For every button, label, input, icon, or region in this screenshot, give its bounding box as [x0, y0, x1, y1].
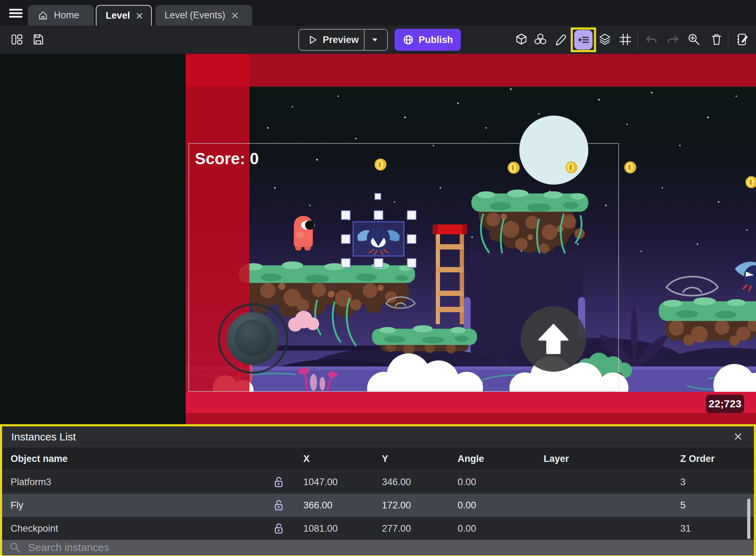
close-icon[interactable] [731, 430, 745, 444]
resize-handle-bottom-center[interactable] [374, 258, 383, 268]
column-header: Object name [2, 453, 265, 464]
resize-handle-top-left[interactable] [341, 210, 351, 220]
column-header: X [293, 453, 371, 464]
rotate-handle[interactable] [374, 193, 381, 200]
resize-handle-bottom-right[interactable] [407, 258, 416, 268]
table-row[interactable]: Platform3 1047.00 346.00 0.00 3 [2, 470, 754, 493]
cursor-coordinates-badge: 22;723 [706, 395, 744, 413]
instances-table-header: Object name X Y Angle Layer Z Order [2, 447, 754, 470]
resize-handle-mid-right[interactable] [407, 234, 416, 244]
instances-list-icon[interactable] [574, 30, 593, 50]
preview-options-button[interactable] [365, 37, 385, 42]
instance-name: Checkpoint [2, 523, 265, 534]
instance-name: Platform3 [2, 477, 265, 488]
preview-label: Preview [323, 35, 359, 45]
tab-label: Level (Events) [165, 10, 225, 21]
publish-label: Publish [419, 35, 453, 45]
tab-label: Home [54, 10, 79, 21]
close-icon[interactable] [135, 11, 144, 20]
score-text: Score: 0 [195, 149, 259, 168]
eye-decoration-right [667, 277, 718, 296]
search-input[interactable] [27, 541, 747, 554]
lock-icon[interactable] [265, 523, 293, 534]
grid-icon[interactable] [618, 32, 633, 48]
player-character[interactable] [290, 213, 317, 252]
toolbar-divider [637, 30, 638, 50]
project-manager-icon[interactable] [9, 32, 25, 48]
search-icon [9, 542, 21, 554]
objects-cube-icon[interactable] [514, 32, 529, 48]
jump-button[interactable] [521, 306, 586, 372]
close-icon[interactable] [230, 11, 240, 20]
tab-level-events[interactable]: Level (Events) [155, 5, 252, 26]
resize-handle-bottom-left[interactable] [341, 258, 351, 268]
application-window: Home Level Level (Events) [0, 0, 756, 556]
globe-icon [402, 34, 414, 46]
instance-y: 277.00 [371, 523, 447, 534]
zoom-in-icon[interactable] [686, 32, 702, 48]
layers-icon[interactable] [597, 32, 613, 48]
tab-label: Level [106, 10, 130, 21]
instance-angle: 0.00 [447, 500, 533, 511]
preview-button[interactable]: Preview [298, 29, 388, 51]
arrow-up-icon [531, 317, 576, 361]
resize-handle-top-center[interactable] [374, 210, 383, 220]
redo-icon[interactable] [665, 32, 681, 48]
trash-icon[interactable] [709, 32, 724, 48]
home-icon [37, 9, 49, 21]
red-zone-bottom[interactable] [186, 392, 756, 413]
instance-x: 1081.00 [293, 523, 371, 534]
scene-canvas[interactable]: Score: 0 22;723 [0, 54, 756, 424]
instance-zorder: 31 [670, 523, 754, 534]
search-bar [2, 540, 754, 555]
toolbar: Preview Publish [0, 26, 756, 54]
play-icon [306, 34, 318, 46]
resize-handle-top-right[interactable] [407, 210, 416, 220]
toolbar-divider [728, 30, 729, 50]
publish-button[interactable]: Publish [395, 29, 461, 51]
fly-enemy-selected[interactable] [354, 222, 403, 255]
save-icon[interactable] [30, 32, 46, 48]
menu-hamburger-icon[interactable] [7, 7, 21, 19]
object-groups-icon[interactable] [533, 32, 548, 48]
column-header: Y [371, 453, 447, 464]
lock-icon[interactable] [265, 476, 293, 488]
lock-icon[interactable] [265, 500, 293, 511]
red-zone-bottom-dark [186, 413, 756, 424]
tab-level[interactable]: Level [96, 5, 152, 26]
edit-pencil-icon[interactable] [553, 32, 569, 48]
platform-right[interactable] [659, 297, 756, 346]
scene-properties-icon[interactable] [735, 32, 750, 48]
scrollbar-thumb[interactable] [747, 499, 750, 539]
column-header: Layer [533, 453, 670, 464]
red-zone-top[interactable] [186, 54, 756, 87]
chevron-down-icon [372, 37, 378, 42]
instance-angle: 0.00 [447, 523, 533, 534]
instance-x: 366.00 [293, 500, 371, 511]
table-row-selected[interactable]: Fly 366.00 172.00 0.00 5 [2, 493, 754, 517]
instance-x: 1047.00 [293, 477, 371, 488]
undo-icon[interactable] [644, 32, 659, 48]
instances-list-highlight-box [571, 27, 596, 52]
column-header: Z Order [670, 453, 754, 464]
bat-enemy-edge[interactable] [735, 262, 756, 291]
column-header: Angle [447, 453, 533, 464]
tab-bar: Home Level Level (Events) [0, 0, 756, 26]
instances-panel: Instances List Object name X Y Angle Lay… [0, 424, 756, 556]
instance-angle: 0.00 [447, 477, 533, 488]
tab-home[interactable]: Home [28, 5, 94, 26]
instance-zorder: 3 [670, 477, 754, 488]
resize-handle-mid-left[interactable] [341, 234, 351, 244]
instance-y: 172.00 [371, 500, 447, 511]
joystick-knob[interactable] [235, 320, 271, 356]
instances-panel-header: Instances List [2, 426, 754, 447]
instance-y: 346.00 [371, 477, 447, 488]
instance-name: Fly [2, 500, 265, 511]
table-row[interactable]: Checkpoint 1081.00 277.00 0.00 31 [2, 517, 754, 540]
instance-zorder: 5 [670, 500, 754, 511]
panel-title: Instances List [11, 431, 731, 443]
